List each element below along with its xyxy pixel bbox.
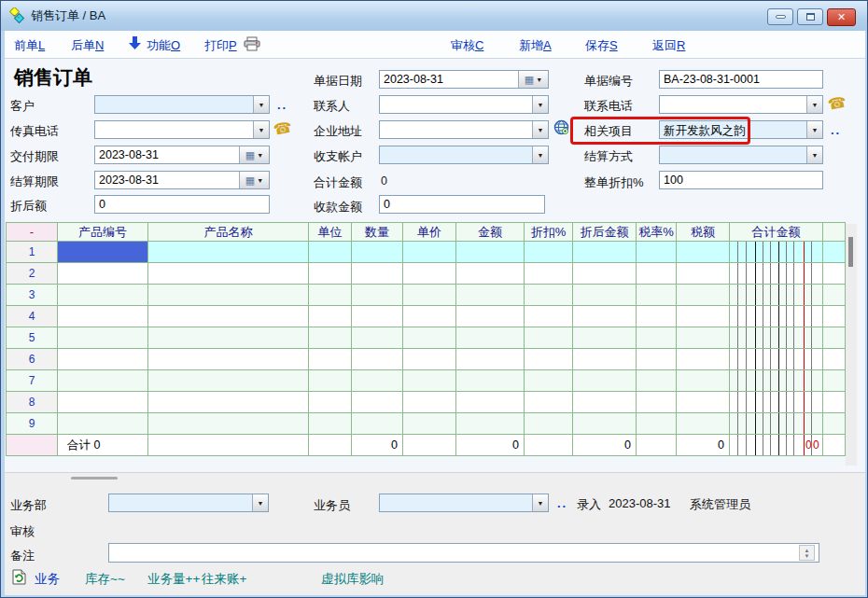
cell-r1-amount[interactable] — [456, 242, 525, 263]
cell-r6-tax_rate_pct[interactable] — [637, 349, 677, 370]
cell-r3-product_code[interactable] — [58, 285, 148, 306]
cell-r7-amount[interactable] — [456, 370, 525, 392]
footer-link-virtual-stock[interactable]: 虚拟库影响 — [321, 571, 385, 588]
col-header-discount_pct[interactable]: 折扣% — [525, 223, 573, 242]
cell-r4-quantity[interactable] — [352, 306, 403, 327]
maximize-button[interactable] — [797, 8, 823, 25]
remarks-input[interactable] — [108, 543, 819, 563]
cell-r8-unit_price[interactable] — [403, 392, 456, 413]
cell-r7-tax_amount[interactable] — [677, 370, 730, 392]
cell-r8-discounted_amount[interactable] — [573, 392, 637, 413]
cell-r2-product_code[interactable] — [58, 263, 148, 285]
toolbar-save-button[interactable]: 保存S — [585, 37, 618, 54]
cell-r6-line_total[interactable] — [730, 349, 823, 370]
cell-r6-product_code[interactable] — [58, 349, 148, 370]
cell-r9-product_code[interactable] — [58, 413, 148, 435]
cell-r7-unit[interactable] — [309, 370, 352, 392]
cell-r1-discount_pct[interactable] — [525, 242, 573, 263]
cell-r5-product_name[interactable] — [148, 327, 309, 349]
col-header-unit[interactable]: 单位 — [309, 223, 352, 242]
cell-r8-rownum[interactable]: 8 — [7, 392, 58, 413]
cell-r8-product_name[interactable] — [148, 392, 309, 413]
cell-r8-extra[interactable] — [823, 392, 846, 413]
cell-r2-tax_rate_pct[interactable] — [637, 263, 677, 285]
cell-r2-rownum[interactable]: 2 — [7, 263, 58, 285]
contact-phone-combo[interactable]: ▼ — [659, 95, 823, 114]
cell-r5-quantity[interactable] — [352, 327, 403, 349]
cell-r1-line_total[interactable] — [730, 242, 823, 263]
salesperson-combo[interactable]: ▼ — [379, 494, 549, 512]
cell-r3-line_total[interactable] — [730, 285, 823, 306]
chevron-down-icon[interactable]: ▼ — [806, 121, 822, 138]
toolbar-audit-button[interactable]: 审核C — [451, 37, 483, 54]
cell-r1-tax_amount[interactable] — [677, 242, 730, 263]
phone-icon[interactable]: ☎ — [273, 118, 294, 138]
col-header-discounted_amount[interactable]: 折后金额 — [573, 223, 637, 242]
cell-r9-rownum[interactable]: 9 — [7, 413, 58, 435]
related-project-combo[interactable]: 新开发款风之韵▼ — [659, 120, 823, 139]
toolbar-return-button[interactable]: 返回R — [652, 37, 685, 54]
cell-r2-tax_amount[interactable] — [677, 263, 730, 285]
cell-r7-product_code[interactable] — [58, 370, 148, 392]
table-scrollbar[interactable] — [846, 224, 857, 466]
customer-combo[interactable]: ▼ — [94, 95, 270, 114]
cell-r1-unit_price[interactable] — [403, 242, 456, 263]
cell-r5-line_total[interactable] — [730, 327, 823, 349]
cell-r4-rownum[interactable]: 4 — [7, 306, 58, 327]
cell-r6-unit_price[interactable] — [403, 349, 456, 370]
cell-r3-discounted_amount[interactable] — [573, 285, 637, 306]
chevron-down-icon[interactable]: ▼ — [252, 494, 268, 511]
cell-r8-product_code[interactable] — [58, 392, 148, 413]
cell-r1-rownum[interactable]: 1 — [7, 242, 58, 263]
col-header-tax_amount[interactable]: 税额 — [677, 223, 730, 242]
discounted-total-input[interactable]: 0 — [94, 195, 270, 214]
cell-r2-unit_price[interactable] — [403, 263, 456, 285]
chevron-down-icon[interactable]: ▼ — [532, 494, 548, 511]
cell-r4-discount_pct[interactable] — [525, 306, 573, 327]
cell-r3-amount[interactable] — [456, 285, 525, 306]
toolbar-print-button[interactable]: 打印P — [204, 37, 237, 54]
col-header-product_name[interactable]: 产品名称 — [148, 223, 309, 242]
cell-r5-unit[interactable] — [309, 327, 352, 349]
printer-icon[interactable] — [244, 36, 260, 55]
cell-r8-tax_amount[interactable] — [677, 392, 730, 413]
chevron-down-icon[interactable]: ▼ — [253, 121, 269, 138]
cell-r3-quantity[interactable] — [352, 285, 403, 306]
col-header-tax_rate_pct[interactable]: 税率% — [637, 223, 677, 242]
cell-r5-product_code[interactable] — [58, 327, 148, 349]
cell-r5-extra[interactable] — [823, 327, 846, 349]
chevron-down-icon[interactable]: ▼ — [532, 121, 548, 138]
cell-r4-tax_amount[interactable] — [677, 306, 730, 327]
company-address-combo[interactable]: ▼ — [379, 120, 549, 139]
cell-r4-extra[interactable] — [823, 306, 846, 327]
cell-r6-quantity[interactable] — [352, 349, 403, 370]
cell-r7-tax_rate_pct[interactable] — [637, 370, 677, 392]
col-header-quantity[interactable]: 数量 — [352, 223, 403, 242]
cell-r3-tax_rate_pct[interactable] — [637, 285, 677, 306]
titlebar[interactable]: 销售订单 / BA ✕ — [1, 1, 867, 31]
cell-r5-tax_amount[interactable] — [677, 327, 730, 349]
cell-r2-amount[interactable] — [456, 263, 525, 285]
cell-r1-quantity[interactable] — [352, 242, 403, 263]
cell-r2-product_name[interactable] — [148, 263, 309, 285]
cell-r6-extra[interactable] — [823, 349, 846, 370]
globe-icon[interactable] — [553, 119, 569, 139]
cell-r3-unit_price[interactable] — [403, 285, 456, 306]
cell-r5-amount[interactable] — [456, 327, 525, 349]
cell-r2-extra[interactable] — [823, 263, 846, 285]
cell-r5-rownum[interactable]: 5 — [7, 327, 58, 349]
footer-link-current-account[interactable]: 往来账+ — [202, 571, 246, 588]
cell-r7-discount_pct[interactable] — [525, 370, 573, 392]
cell-r6-discount_pct[interactable] — [525, 349, 573, 370]
cell-r9-discount_pct[interactable] — [525, 413, 573, 435]
cell-r7-line_total[interactable] — [730, 370, 823, 392]
cell-r3-tax_amount[interactable] — [677, 285, 730, 306]
footer-link-inventory[interactable]: 库存~~ — [85, 571, 125, 588]
cell-r9-unit[interactable] — [309, 413, 352, 435]
cell-r4-discounted_amount[interactable] — [573, 306, 637, 327]
cell-r6-product_name[interactable] — [148, 349, 309, 370]
cell-r1-extra[interactable] — [823, 242, 846, 263]
cell-r1-discounted_amount[interactable] — [573, 242, 637, 263]
payment-account-combo[interactable]: ▼ — [379, 146, 549, 164]
col-header-line_total[interactable]: 合计金额 — [730, 223, 823, 242]
